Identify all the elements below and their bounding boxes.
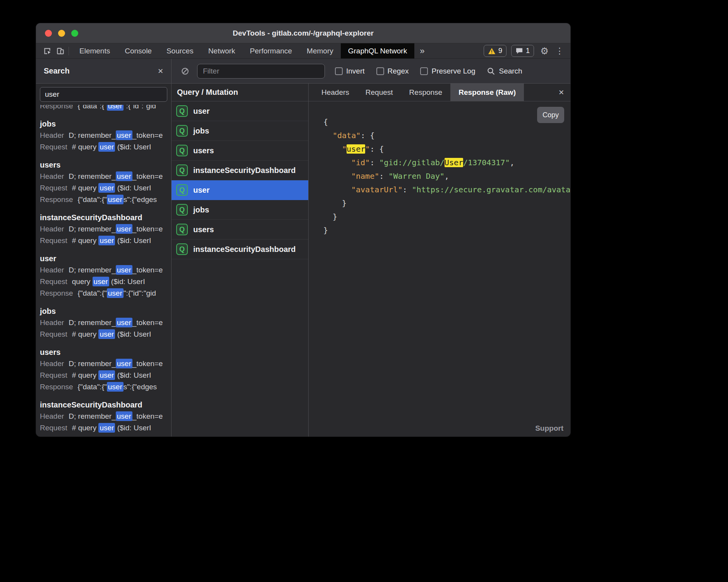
search-result-line[interactable]: HeaderD; remember_user_token=e	[40, 264, 171, 276]
toolbar-row: Search ✕ InvertRegexPreserve Log Search	[36, 59, 570, 84]
close-window-button[interactable]	[45, 30, 52, 37]
window-title: DevTools - gitlab.com/-/graphql-explorer	[36, 29, 570, 38]
search-result-line[interactable]: Request# query user ($id: UserI	[40, 422, 171, 434]
query-list-item[interactable]: QinstanceSecurityDashboard	[172, 161, 308, 180]
kebab-menu-icon[interactable]: ⋮	[555, 45, 564, 57]
toolbar-search-button[interactable]: Search	[487, 67, 522, 75]
search-result-line[interactable]: Request# query user ($id: UserI	[40, 182, 171, 194]
query-list-item[interactable]: Qjobs	[172, 200, 308, 220]
query-item-label: jobs	[193, 127, 209, 135]
result-field-value: D; remember_user_token=e	[69, 130, 163, 140]
device-toolbar-icon[interactable]	[54, 45, 67, 57]
network-toolbar: InvertRegexPreserve Log Search	[172, 59, 570, 83]
issue-count: 1	[526, 47, 530, 55]
result-field-value: D; remember_user_token=e	[69, 359, 163, 368]
result-field-value: D; remember_user_token=e	[69, 224, 163, 234]
result-field-label: Header	[40, 131, 64, 139]
query-item-label: jobs	[193, 205, 209, 214]
support-link[interactable]: Support	[535, 424, 563, 433]
search-result-line[interactable]: Request# query user ($id: UserI	[40, 370, 171, 381]
result-field-label: Header	[40, 172, 64, 180]
result-field-label: Request	[40, 184, 67, 192]
devtools-tabbar: ElementsConsoleSourcesNetworkPerformance…	[36, 43, 570, 59]
minimize-window-button[interactable]	[58, 30, 65, 37]
copy-button[interactable]: Copy	[537, 107, 564, 123]
search-result-line[interactable]: Request# query user ($id: UserI	[40, 141, 171, 153]
query-list-item[interactable]: Qusers	[172, 141, 308, 161]
json-response-code: {"data": {"user": {"id": "gid://gitlab/U…	[309, 101, 570, 237]
search-result-line[interactable]: Request# query user ($id: UserI	[40, 329, 171, 340]
devtools-tab-sources[interactable]: Sources	[159, 43, 201, 58]
search-results-panel: Response{"data":{"user":{"id":"gidjobsHe…	[36, 84, 172, 436]
search-results-list: Response{"data":{"user":{"id":"gidjobsHe…	[36, 105, 171, 436]
search-result-partial: Response{"data":{"user":{"id":"gid	[40, 105, 171, 112]
devtools-tab-console[interactable]: Console	[117, 43, 159, 58]
regex-checkbox[interactable]: Regex	[376, 67, 409, 75]
query-list-item[interactable]: Qusers	[172, 220, 308, 240]
query-list-title: Query / Mutation	[172, 84, 308, 101]
result-field-label: Header	[40, 266, 64, 274]
invert-checkbox[interactable]: Invert	[335, 67, 365, 75]
query-item-label: user	[193, 107, 209, 116]
query-list-item[interactable]: Quser	[172, 101, 308, 121]
detail-tab-response[interactable]: Response	[401, 84, 451, 101]
preserve-log-checkbox[interactable]: Preserve Log	[420, 67, 475, 75]
detail-tab-response-raw[interactable]: Response (Raw)	[450, 84, 524, 101]
query-badge-icon: Q	[176, 243, 188, 255]
warning-count: 9	[498, 47, 502, 55]
settings-gear-icon[interactable]: ⚙	[539, 45, 550, 57]
search-result-line[interactable]: HeaderD; remember_user_token=e	[40, 130, 171, 141]
devtools-tab-network[interactable]: Network	[201, 43, 243, 58]
search-result-line[interactable]: Response{"data":{"users":{"edges	[40, 381, 171, 393]
search-result-line[interactable]: Response{"data":{"user":{"id":"gid	[40, 288, 171, 299]
search-result-line[interactable]: HeaderD; remember_user_token=e	[40, 171, 171, 182]
result-field-label: Response	[40, 383, 73, 391]
query-list-item[interactable]: Quser	[172, 180, 308, 200]
search-result-line[interactable]: HeaderD; remember_user_token=e	[40, 223, 171, 235]
search-result-line[interactable]: Response{"data":{"user":{"id":"gid	[40, 105, 171, 112]
code-line: "name": "Warren Day",	[309, 169, 570, 183]
search-result-line[interactable]: HeaderD; remember_user_token=e	[40, 317, 171, 329]
issues-badge[interactable]: 1	[511, 45, 534, 57]
query-list-item[interactable]: QinstanceSecurityDashboard	[172, 240, 308, 259]
result-field-value: # query user ($id: UserI	[72, 423, 151, 433]
query-badge-icon: Q	[176, 125, 188, 137]
toolbar-divider	[69, 47, 69, 55]
code-line: }	[309, 197, 570, 210]
inspect-element-icon[interactable]	[41, 45, 54, 57]
close-search-panel-icon[interactable]: ✕	[158, 67, 163, 75]
search-result-line[interactable]: HeaderD; remember_user_token=e	[40, 358, 171, 370]
tabbar-right-cluster: 9 1 ⚙ ⋮	[484, 45, 570, 57]
filter-input[interactable]	[197, 64, 325, 79]
warnings-badge[interactable]: 9	[484, 45, 507, 57]
detail-tab-headers[interactable]: Headers	[313, 84, 357, 101]
clear-icon[interactable]	[179, 65, 192, 77]
code-line: "id": "gid://gitlab/User/13704317",	[309, 156, 570, 169]
toolbar-checkboxes: InvertRegexPreserve Log	[335, 67, 475, 75]
more-panels-chevron-icon[interactable]: »	[420, 46, 424, 56]
search-result-line[interactable]: Request# query user ($id: UserI	[40, 235, 171, 246]
close-detail-icon[interactable]: ✕	[558, 88, 564, 97]
search-result-line[interactable]: Response{"data":{"users":{"edges	[40, 194, 171, 205]
query-badge-icon: Q	[176, 184, 188, 196]
devtools-tab-graphql-network[interactable]: GraphQL Network	[341, 43, 414, 58]
detail-tabs: HeadersRequestResponseResponse (Raw)	[309, 84, 570, 101]
search-result-line[interactable]: Requestquery user ($id: UserI	[40, 276, 171, 288]
result-field-value: # query user ($id: UserI	[72, 370, 151, 380]
checkbox-box	[420, 67, 428, 75]
query-list-item[interactable]: Qjobs	[172, 121, 308, 141]
checkbox-label: Regex	[388, 67, 409, 75]
detail-tab-request[interactable]: Request	[357, 84, 401, 101]
result-field-value: D; remember_user_token=e	[69, 265, 163, 275]
devtools-tab-memory[interactable]: Memory	[299, 43, 341, 58]
checkbox-box	[376, 67, 384, 75]
devtools-tab-elements[interactable]: Elements	[72, 43, 117, 58]
search-input[interactable]	[40, 87, 167, 102]
result-field-value: D; remember_user_token=e	[69, 171, 163, 181]
result-field-label: Response	[40, 195, 73, 204]
devtools-tab-performance[interactable]: Performance	[242, 43, 299, 58]
query-badge-icon: Q	[176, 204, 188, 216]
fullscreen-window-button[interactable]	[71, 30, 78, 37]
search-result-line[interactable]: HeaderD; remember_user_token=e	[40, 411, 171, 422]
result-field-label: Header	[40, 225, 64, 233]
